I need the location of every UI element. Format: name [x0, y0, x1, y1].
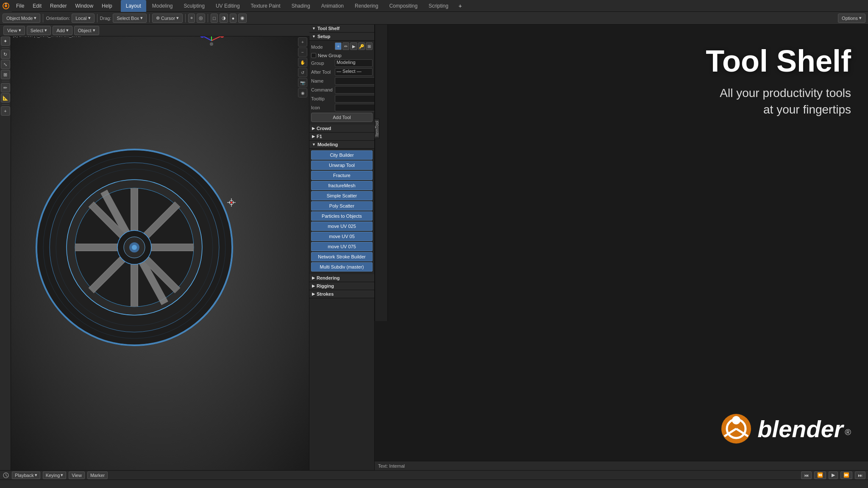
transform-tool-btn[interactable]: ⊞ [1, 70, 10, 79]
name-input[interactable] [335, 77, 375, 85]
tab-texture-paint[interactable]: Texture Paint [246, 0, 286, 12]
modeling-tool-unwrap-tool[interactable]: Unwrap Tool [311, 161, 373, 170]
jump-start-btn[interactable]: ⏮ [801, 471, 812, 479]
add-object-btn[interactable]: + [1, 106, 10, 116]
annotate-btn[interactable]: ✏ [1, 83, 10, 92]
tool-shelf-collapse-icon: ▼ [312, 26, 316, 30]
tab-rendering[interactable]: Rendering [350, 0, 383, 12]
mode-btn-edit[interactable]: ✏ [342, 42, 349, 50]
tab-shading[interactable]: Shading [287, 0, 315, 12]
move-tool-btn[interactable]: ✦ [1, 36, 10, 46]
rotate-view-btn[interactable]: ↺ [298, 68, 307, 77]
mode-btn-ext[interactable]: ⊞ [366, 42, 373, 50]
material-btn[interactable]: ● [230, 14, 237, 23]
modeling-tool-move-uv-025[interactable]: move UV 025 [311, 222, 373, 231]
tab-layout[interactable]: Layout [121, 0, 146, 12]
modeling-tool-fracturemesh[interactable]: fractureMesh [311, 181, 373, 190]
setup-content: Mode + ✏ ▶ 🔑 ⊞ New Group Group Modeling … [309, 41, 374, 125]
code-content[interactable] [388, 25, 868, 321]
wireframe-btn[interactable]: □ [211, 14, 218, 23]
modeling-tool-move-uv-05[interactable]: move UV 05 [311, 232, 373, 241]
tooltip-input[interactable] [335, 95, 375, 103]
modeling-tool-move-uv-075[interactable]: move UV 075 [311, 242, 373, 251]
tool-shelf-title[interactable]: ▼ Tool Shelf [309, 25, 374, 33]
orientation-selector[interactable]: Local ▾ [72, 14, 94, 23]
timeline-ruler[interactable] [0, 480, 868, 488]
tab-uv-editing[interactable]: UV Editing [211, 0, 245, 12]
jump-end-btn[interactable]: ⏭ [855, 471, 865, 479]
side-tab-tool-label: Tool [375, 121, 379, 128]
group-select[interactable]: Modeling [335, 59, 373, 67]
timeline-view-btn[interactable]: View [69, 471, 85, 479]
tab-compositing[interactable]: Compositing [384, 0, 423, 12]
scale-tool-btn[interactable]: ⤡ [1, 60, 10, 69]
setup-section-header[interactable]: ▼ Setup [309, 33, 374, 41]
modeling-tool-particles-to-objects[interactable]: Particles to Objects [311, 211, 373, 221]
tab-scripting[interactable]: Scripting [423, 0, 453, 12]
icon-input[interactable] [335, 104, 375, 111]
cursor-dropdown-icon: ▾ [176, 15, 179, 21]
menu-help[interactable]: Help [97, 0, 117, 12]
select-menu[interactable]: Select ▾ [27, 26, 51, 35]
measure-btn[interactable]: 📐 [1, 93, 10, 103]
rigging-section-header[interactable]: ▶ Rigging [309, 282, 374, 290]
options-btn[interactable]: Options ▾ [838, 14, 865, 23]
menu-file[interactable]: File [12, 0, 28, 12]
menu-edit[interactable]: Edit [28, 0, 46, 12]
zoom-in-btn[interactable]: + [298, 37, 307, 47]
modeling-tool-city-builder[interactable]: City Builder [311, 150, 373, 160]
tool-shelf-side-tab[interactable]: Tool Item [374, 119, 380, 139]
add-menu[interactable]: Add ▾ [53, 26, 72, 35]
mode-selector[interactable]: Object Mode ▾ [3, 14, 40, 23]
rotate-tool-btn[interactable]: ↻ [1, 50, 10, 59]
step-back-btn[interactable]: ⏪ [814, 471, 826, 479]
modeling-tool-network-stroke-builder[interactable]: Network Stroke Builder [311, 252, 373, 261]
playback-btn[interactable]: Playback ▾ [12, 471, 40, 479]
menu-window[interactable]: Window [71, 0, 97, 12]
after-tool-select[interactable]: — Select — [335, 68, 373, 76]
rigging-label: Rigging [317, 283, 334, 288]
modeling-label: Modeling [317, 142, 338, 147]
menu-render[interactable]: Render [46, 0, 71, 12]
add-menu-label: Add [56, 28, 65, 33]
view-menu[interactable]: View ▾ [3, 26, 25, 35]
new-group-checkbox[interactable] [311, 53, 316, 58]
add-workspace-btn[interactable]: + [454, 0, 466, 12]
keying-btn[interactable]: Keying ▾ [43, 471, 67, 479]
crowd-section-header[interactable]: ▶ Crowd [309, 125, 374, 133]
add-tool-btn[interactable]: Add Tool [311, 113, 373, 122]
modeling-tool-simple-scatter[interactable]: Simple Scatter [311, 191, 373, 200]
viewport[interactable]: X Y Z + − ✋ ↺ 📷 ◉ User Perspective (5) s… [11, 25, 309, 470]
modeling-tool-fracture[interactable]: Fracture [311, 171, 373, 180]
step-forward-btn[interactable]: ⏩ [840, 471, 852, 479]
mode-btn-key[interactable]: 🔑 [358, 42, 365, 50]
solid-btn[interactable]: ◑ [220, 14, 228, 23]
rendering-section-header[interactable]: ▶ Rendering [309, 274, 374, 282]
modeling-tool-poly-scatter[interactable]: Poly Scatter [311, 201, 373, 211]
drag-selector[interactable]: Select Box ▾ [113, 14, 147, 23]
snap-btn[interactable]: ⌖ [188, 14, 195, 23]
cursor-btn[interactable]: ⊕ Cursor ▾ [152, 14, 183, 23]
proportional-btn[interactable]: ◎ [197, 14, 205, 23]
command-input[interactable] [335, 86, 375, 94]
render-btn[interactable]: ◉ [238, 14, 247, 23]
command-row: Command [311, 86, 373, 94]
strokes-section-header[interactable]: ▶ Strokes [309, 290, 374, 298]
modeling-section-header[interactable]: ▼ Modeling [309, 141, 374, 149]
marker-btn[interactable]: Marker [87, 471, 108, 479]
modeling-tool-multi-subdiv-(master)[interactable]: Multi Subdiv (master) [311, 262, 373, 272]
f1-arrow-icon: ▶ [312, 134, 315, 139]
zoom-out-btn[interactable]: − [298, 47, 307, 57]
tab-animation[interactable]: Animation [316, 0, 349, 12]
tab-sculpting[interactable]: Sculpting [179, 0, 210, 12]
f1-section-header[interactable]: ▶ F1 [309, 133, 374, 141]
mode-btn-run[interactable]: ▶ [350, 42, 357, 50]
object-menu[interactable]: Object ▾ [74, 26, 99, 35]
tab-modeling[interactable]: Modeling [147, 0, 178, 12]
camera-btn[interactable]: 📷 [298, 78, 307, 87]
pan-btn[interactable]: ✋ [298, 58, 307, 67]
render-preview-btn[interactable]: ◉ [298, 88, 307, 97]
play-btn[interactable]: ▶ [829, 471, 838, 479]
cursor-label: Cursor [161, 16, 175, 21]
mode-btn-add[interactable]: + [335, 42, 342, 50]
